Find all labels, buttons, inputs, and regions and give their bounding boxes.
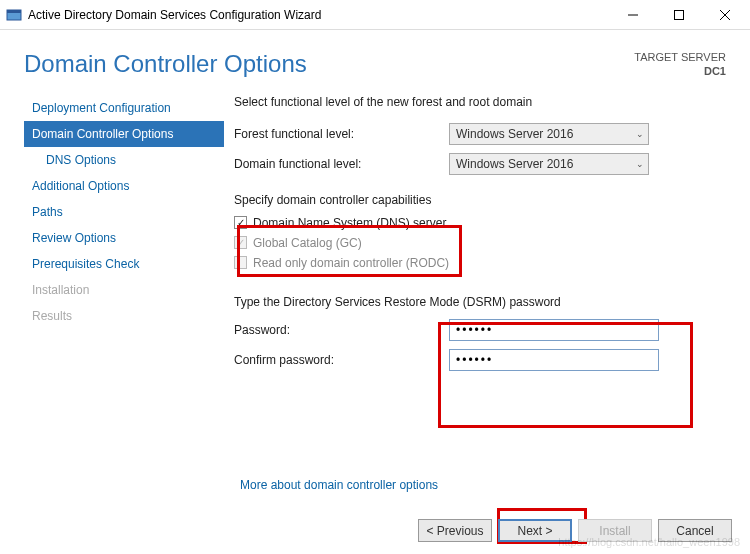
maximize-button[interactable] — [656, 0, 702, 30]
close-button[interactable] — [702, 0, 748, 30]
body: Deployment Configuration Domain Controll… — [0, 89, 750, 379]
sidebar-item-domain-controller[interactable]: Domain Controller Options — [24, 121, 224, 147]
confirm-password-input[interactable] — [449, 349, 659, 371]
more-link[interactable]: More about domain controller options — [240, 478, 438, 492]
dns-checkbox[interactable]: ✓ — [234, 216, 247, 229]
domain-label: Domain functional level: — [234, 157, 449, 171]
domain-level-value: Windows Server 2016 — [456, 157, 573, 171]
sidebar-item-deployment[interactable]: Deployment Configuration — [24, 95, 224, 121]
header: Domain Controller Options TARGET SERVER … — [0, 30, 750, 89]
gc-check-label: Global Catalog (GC) — [253, 236, 362, 250]
sidebar-item-additional[interactable]: Additional Options — [24, 173, 224, 199]
chevron-down-icon: ⌄ — [636, 159, 644, 169]
window-title: Active Directory Domain Services Configu… — [28, 8, 610, 22]
password-label: Password: — [234, 323, 449, 337]
previous-button[interactable]: < Previous — [418, 519, 492, 542]
target-label: TARGET SERVER — [634, 50, 726, 64]
install-button: Install — [578, 519, 652, 542]
forest-level-value: Windows Server 2016 — [456, 127, 573, 141]
dsrm-intro: Type the Directory Services Restore Mode… — [234, 295, 726, 309]
sidebar-item-results: Results — [24, 303, 224, 329]
sidebar-item-installation: Installation — [24, 277, 224, 303]
app-icon — [6, 7, 22, 23]
rodc-check-label: Read only domain controller (RODC) — [253, 256, 449, 270]
sidebar-item-review[interactable]: Review Options — [24, 225, 224, 251]
footer: < Previous Next > Install Cancel — [418, 519, 732, 542]
titlebar: Active Directory Domain Services Configu… — [0, 0, 750, 30]
page-title: Domain Controller Options — [24, 50, 307, 78]
capabilities-label: Specify domain controller capabilities — [234, 193, 726, 207]
gc-checkbox-row: ✓ Global Catalog (GC) — [234, 233, 726, 253]
sidebar-item-dns-options[interactable]: DNS Options — [24, 147, 224, 173]
cancel-button[interactable]: Cancel — [658, 519, 732, 542]
sidebar: Deployment Configuration Domain Controll… — [24, 89, 224, 379]
gc-checkbox: ✓ — [234, 236, 247, 249]
rodc-checkbox — [234, 256, 247, 269]
forest-label: Forest functional level: — [234, 127, 449, 141]
minimize-button[interactable] — [610, 0, 656, 30]
dns-checkbox-row[interactable]: ✓ Domain Name System (DNS) server — [234, 213, 726, 233]
svg-rect-1 — [7, 10, 21, 13]
password-input[interactable] — [449, 319, 659, 341]
rodc-checkbox-row: Read only domain controller (RODC) — [234, 253, 726, 273]
dns-check-label: Domain Name System (DNS) server — [253, 216, 446, 230]
sidebar-item-prereq[interactable]: Prerequisites Check — [24, 251, 224, 277]
content: Select functional level of the new fores… — [224, 89, 750, 379]
functional-intro: Select functional level of the new fores… — [234, 95, 726, 109]
next-button[interactable]: Next > — [498, 519, 572, 542]
forest-level-dropdown[interactable]: Windows Server 2016 ⌄ — [449, 123, 649, 145]
svg-rect-3 — [675, 10, 684, 19]
target-value: DC1 — [634, 64, 726, 78]
target-server: TARGET SERVER DC1 — [634, 50, 726, 79]
domain-level-dropdown[interactable]: Windows Server 2016 ⌄ — [449, 153, 649, 175]
confirm-label: Confirm password: — [234, 353, 449, 367]
chevron-down-icon: ⌄ — [636, 129, 644, 139]
sidebar-item-paths[interactable]: Paths — [24, 199, 224, 225]
